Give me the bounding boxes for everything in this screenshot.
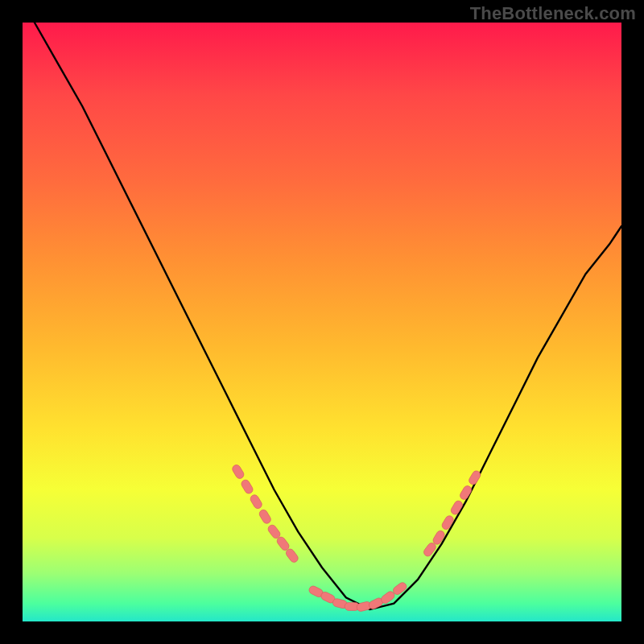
- data-marker: [240, 478, 254, 495]
- data-marker: [258, 509, 272, 526]
- bottleneck-curve: [35, 23, 621, 609]
- data-marker: [231, 464, 246, 481]
- chart-frame: TheBottleneck.com: [0, 0, 644, 644]
- watermark-text: TheBottleneck.com: [470, 3, 636, 24]
- chart-svg: [23, 23, 621, 621]
- data-marker: [249, 493, 263, 510]
- plot-area: [23, 23, 621, 621]
